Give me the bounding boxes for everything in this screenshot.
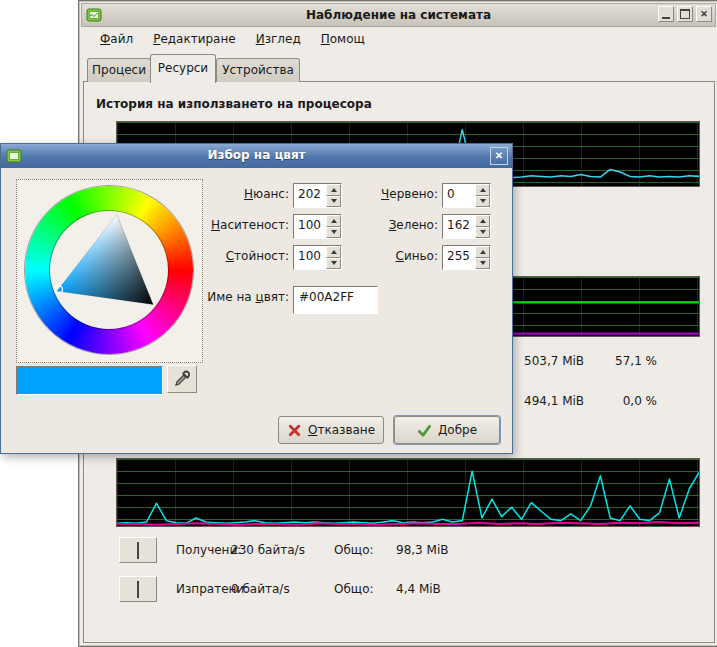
ok-button[interactable]: Добре xyxy=(394,416,500,444)
received-total-label: Общо: xyxy=(334,537,374,563)
ok-icon xyxy=(417,423,432,438)
hue-spin-up[interactable] xyxy=(326,184,341,196)
memory-usage-value: 503,7 MiB xyxy=(524,353,584,369)
minimize-button[interactable] xyxy=(658,6,674,22)
close-button[interactable]: ✕ xyxy=(696,6,712,22)
value-spin-up[interactable] xyxy=(326,246,341,258)
dialog-close-icon: ✕ xyxy=(495,151,503,161)
memory-usage-percent: 57,1 % xyxy=(599,353,657,369)
swap-usage-percent: 0,0 % xyxy=(599,393,657,409)
cpu-history-heading: История на използването на процесора xyxy=(96,97,372,111)
menubar: Файл Редактиране Изглед Помощ xyxy=(82,28,715,51)
saturation-spinbox[interactable]: 100 xyxy=(293,214,342,239)
sent-color-swatch[interactable] xyxy=(119,576,157,602)
red-spin-up[interactable] xyxy=(475,184,490,196)
eyedropper-icon xyxy=(173,370,191,388)
dialog-titlebar[interactable]: Избор на цвят ✕ xyxy=(1,144,512,168)
blue-spin-up[interactable] xyxy=(475,246,490,258)
blue-value[interactable]: 255 xyxy=(443,246,475,269)
color-name-input[interactable]: #00A2FF xyxy=(293,286,378,314)
color-name-text: #00A2FF xyxy=(299,290,354,304)
window-titlebar[interactable]: Наблюдение на системата ✕ xyxy=(81,3,716,27)
red-spin-down[interactable] xyxy=(475,196,490,208)
value-label: Стойност: xyxy=(179,245,289,268)
dialog-close-button[interactable]: ✕ xyxy=(490,147,508,165)
swap-usage-value: 494,1 MiB xyxy=(524,393,584,409)
close-icon: ✕ xyxy=(700,10,708,19)
received-line xyxy=(117,471,699,523)
sent-rate: 0 байта/s xyxy=(231,576,290,602)
tab-devices[interactable]: Устройства xyxy=(216,58,300,82)
sent-color xyxy=(137,581,139,598)
dialog-title: Избор на цвят xyxy=(1,148,512,162)
eyedropper-button[interactable] xyxy=(167,365,197,393)
color-wheel-frame xyxy=(16,179,203,363)
maximize-icon xyxy=(680,9,690,19)
color-name-label: Име на цвят: xyxy=(161,286,289,309)
blue-spin-down[interactable] xyxy=(475,258,490,270)
tab-resources[interactable]: Ресурси xyxy=(150,54,216,83)
menu-edit[interactable]: Редактиране xyxy=(143,28,246,51)
saturation-label: Наситеност: xyxy=(179,214,289,237)
sent-total: 4,4 MiB xyxy=(396,576,441,602)
sent-legend-row: Изпратени: 0 байта/s Общо: 4,4 MiB xyxy=(79,576,717,602)
received-legend-row: Получени: 230 байта/s Общо: 98,3 MiB xyxy=(79,537,717,563)
red-spinbox[interactable]: 0 xyxy=(442,183,491,208)
green-spinbox[interactable]: 162 xyxy=(442,214,491,239)
window-title: Наблюдение на системата xyxy=(82,8,715,22)
color-preview xyxy=(16,366,163,395)
green-value[interactable]: 162 xyxy=(443,215,475,238)
red-value[interactable]: 0 xyxy=(443,184,475,207)
hue-spinbox[interactable]: 202 xyxy=(293,183,342,208)
color-picker-dialog: Избор на цвят ✕ xyxy=(0,143,513,454)
received-color-swatch[interactable] xyxy=(119,537,157,563)
received-total: 98,3 MiB xyxy=(396,537,448,563)
value-spin-down[interactable] xyxy=(326,258,341,270)
menu-view[interactable]: Изглед xyxy=(246,28,311,51)
green-label: Зелено: xyxy=(341,214,438,237)
ok-button-label: Добре xyxy=(438,423,477,437)
cancel-button[interactable]: Отказване xyxy=(278,416,384,444)
saturation-value[interactable]: 100 xyxy=(294,215,326,238)
red-label: Червено: xyxy=(341,183,438,206)
maximize-button[interactable] xyxy=(677,6,693,22)
sent-total-label: Общо: xyxy=(334,576,374,602)
received-rate: 230 байта/s xyxy=(231,537,305,563)
green-spin-up[interactable] xyxy=(475,215,490,227)
value-spinbox[interactable]: 100 xyxy=(293,245,342,270)
cancel-button-label: Отказване xyxy=(308,423,375,437)
blue-spinbox[interactable]: 255 xyxy=(442,245,491,270)
dialog-body: Нюанс: 202 Наситеност: 100 Стойност: 100… xyxy=(1,168,512,453)
saturation-spin-up[interactable] xyxy=(326,215,341,227)
minimize-icon xyxy=(662,9,670,19)
hue-label: Нюанс: xyxy=(179,183,289,206)
app-icon xyxy=(86,7,102,23)
blue-label: Синьо: xyxy=(341,245,438,268)
menu-help[interactable]: Помощ xyxy=(311,28,375,51)
menu-file[interactable]: Файл xyxy=(90,28,143,51)
network-history-chart xyxy=(116,458,700,527)
hue-spin-down[interactable] xyxy=(326,196,341,208)
green-spin-down[interactable] xyxy=(475,227,490,239)
cancel-icon xyxy=(287,423,302,438)
saturation-spin-down[interactable] xyxy=(326,227,341,239)
window-controls: ✕ xyxy=(658,6,712,22)
tab-processes[interactable]: Процеси xyxy=(87,58,151,82)
hsv-triangle[interactable] xyxy=(25,186,193,354)
hue-value[interactable]: 202 xyxy=(294,184,326,207)
received-color xyxy=(137,542,139,559)
value-value[interactable]: 100 xyxy=(294,246,326,269)
